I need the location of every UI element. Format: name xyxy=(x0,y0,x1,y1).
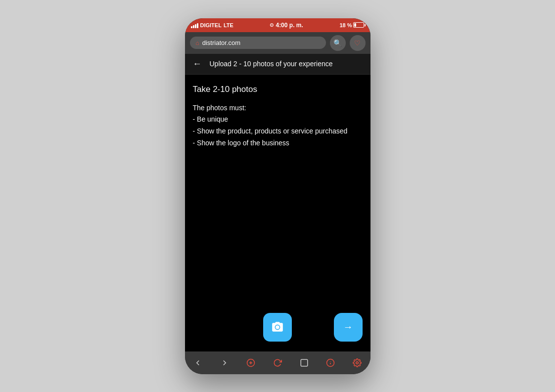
signal-bar-4 xyxy=(197,23,198,28)
camera-button[interactable] xyxy=(263,313,292,342)
nav-refresh-button[interactable] xyxy=(269,355,286,370)
nav-add-icon xyxy=(246,358,255,367)
next-arrow-icon: → xyxy=(343,321,353,333)
nav-info-icon xyxy=(326,358,335,367)
status-right: 18 % xyxy=(339,22,364,28)
status-center: ⊙ 4:00 p. m. xyxy=(270,22,303,29)
nav-refresh-icon xyxy=(273,358,282,367)
svg-rect-3 xyxy=(301,359,308,366)
carrier-name: DIGITEL xyxy=(200,22,222,28)
signal-bar-1 xyxy=(191,26,192,28)
back-button[interactable]: ← xyxy=(193,59,202,69)
heart-button[interactable]: ♡ xyxy=(350,35,366,51)
search-icon: 🔍 xyxy=(333,39,342,47)
signal-bar-3 xyxy=(195,24,196,28)
signal-bars xyxy=(191,22,198,28)
nav-window-icon xyxy=(300,358,309,367)
url-bar[interactable]: ⌂ distriator.com xyxy=(190,37,326,49)
requirements-text: The photos must: - Be unique - Show the … xyxy=(193,102,363,149)
requirements-label: The photos must: xyxy=(193,104,246,112)
action-area: → xyxy=(185,307,370,351)
nav-window-button[interactable] xyxy=(295,355,313,370)
svg-point-7 xyxy=(356,361,358,364)
battery-icon xyxy=(353,22,364,28)
url-text: distriator.com xyxy=(202,39,320,46)
signal-bar-2 xyxy=(193,25,194,28)
battery-fill xyxy=(354,23,356,27)
section-title: Take 2-10 photos xyxy=(193,85,363,94)
nav-settings-icon xyxy=(353,358,362,367)
requirement-2: - Show the product, products or service … xyxy=(193,127,348,135)
next-button[interactable]: → xyxy=(334,313,363,342)
browser-nav xyxy=(185,351,370,374)
search-button[interactable]: 🔍 xyxy=(330,35,346,51)
nav-forward-button[interactable] xyxy=(216,355,233,370)
requirement-1: - Be unique xyxy=(193,115,229,123)
network-type: LTE xyxy=(224,22,233,28)
nav-forward-icon xyxy=(220,358,229,367)
nav-add-button[interactable] xyxy=(242,355,260,370)
phone-frame: DIGITEL LTE ⊙ 4:00 p. m. 18 % ⌂ distriat… xyxy=(185,18,370,374)
nav-back-button[interactable] xyxy=(189,355,207,370)
nav-settings-button[interactable] xyxy=(348,355,366,370)
heart-icon: ♡ xyxy=(354,39,361,47)
main-content: Take 2-10 photos The photos must: - Be u… xyxy=(185,75,370,307)
time-display: 4:00 p. m. xyxy=(276,22,303,29)
nav-back-icon xyxy=(193,358,202,367)
status-left: DIGITEL LTE xyxy=(191,22,233,28)
page-title: Upload 2 - 10 photos of your experience xyxy=(210,60,333,68)
browser-bar: ⌂ distriator.com 🔍 ♡ xyxy=(185,32,370,54)
requirement-3: - Show the logo of the business xyxy=(193,139,289,147)
status-bar: DIGITEL LTE ⊙ 4:00 p. m. 18 % xyxy=(185,18,370,32)
home-icon: ⌂ xyxy=(196,40,199,46)
page-header: ← Upload 2 - 10 photos of your experienc… xyxy=(185,54,370,75)
battery-percent: 18 % xyxy=(339,22,352,28)
camera-icon xyxy=(271,321,284,334)
nav-info-button[interactable] xyxy=(322,355,339,370)
